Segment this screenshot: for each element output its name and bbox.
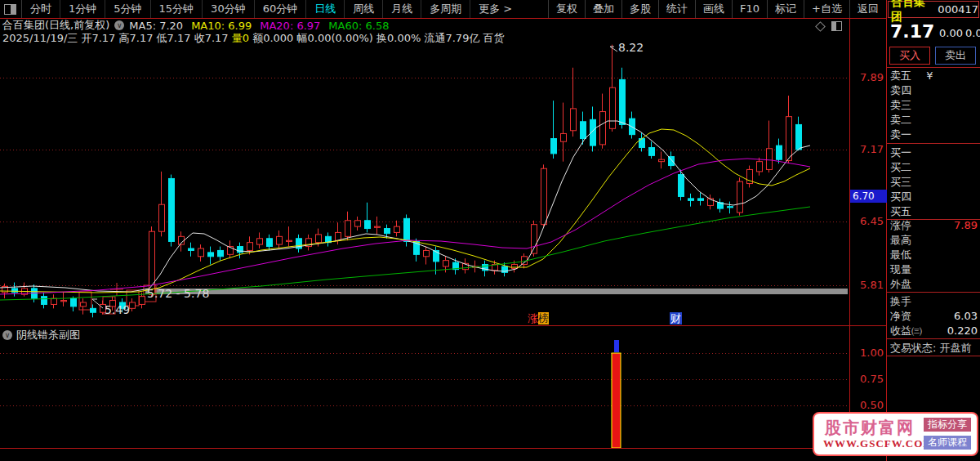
rise-rank-tag[interactable]: 涨榜 — [528, 312, 549, 324]
candle-body — [796, 124, 802, 150]
quote-panel: 合百集团 000417 7.17 0.00 0.00% 买入 卖出 卖五 ¥卖四… — [887, 0, 980, 461]
ma-value: MA10: 6.99 — [191, 20, 252, 32]
candle-body — [247, 243, 253, 251]
candle-body — [81, 302, 87, 307]
orderbook-divider — [887, 143, 980, 144]
indicator-marker — [614, 340, 619, 352]
field-value: 6.03 — [954, 309, 978, 324]
candle-body — [267, 239, 273, 247]
candle-body — [12, 289, 18, 293]
axis-label-0.75: 0.75 — [853, 373, 884, 385]
candle-body — [532, 225, 537, 253]
candle-body — [218, 250, 224, 256]
price-change: 0.00 — [939, 27, 963, 39]
sell-level-row: 卖三 — [890, 98, 911, 113]
sell-level-row: 卖二 — [890, 113, 911, 128]
annotation-arrow — [610, 47, 617, 51]
candle-body — [728, 207, 733, 208]
candle-body — [42, 297, 47, 305]
field-label: 净资 — [890, 309, 911, 324]
field-label: 最高 — [890, 233, 911, 248]
candle-body — [375, 226, 381, 227]
sell-level-row: 卖四 — [890, 83, 911, 98]
axis-label-6.45: 6.45 — [853, 215, 884, 227]
candle-body — [277, 236, 283, 244]
watermark-badge-indicators: 指标分享 — [924, 418, 971, 432]
sell-level-row: 卖一 — [890, 128, 911, 142]
subchart-title: 阴线错杀副图 — [16, 328, 80, 342]
field-label: 涨停 — [890, 218, 911, 233]
candle-body — [551, 139, 557, 154]
quote-info-row: 2025/11/19/三 开7.17 高7.17 低7.17 收7.17 量0 … — [2, 31, 505, 43]
candle-body — [257, 239, 263, 244]
candle-body — [737, 181, 743, 213]
candle-body — [140, 297, 145, 305]
chevron-down-icon[interactable]: ∨ — [2, 330, 12, 340]
last-price: 7.17 — [890, 21, 934, 42]
candle-body — [757, 162, 763, 172]
candle-body — [71, 298, 77, 307]
candle-body — [208, 253, 214, 257]
candle-body — [287, 240, 292, 241]
watermark-url: WWW.GSCFW.COM — [823, 437, 934, 450]
buy-button[interactable]: 买入 — [889, 47, 930, 65]
candle-body — [767, 149, 773, 170]
candle-body — [649, 148, 655, 156]
candle-body — [571, 109, 577, 131]
subchart-header: ∨ 阴线错杀副图 — [2, 328, 80, 342]
buy-level-row: 买四 — [890, 190, 911, 204]
candle-body — [581, 122, 586, 139]
chevron-down-icon[interactable]: ∨ — [114, 20, 124, 30]
buy-level-row: 买二 — [890, 160, 911, 175]
candle-body — [394, 226, 400, 232]
finance-tag[interactable]: 财 — [670, 312, 682, 324]
low-annotation: 5.49 — [105, 303, 130, 316]
chart-corner-icons — [817, 21, 849, 31]
quote-info-segment: 量0 — [232, 32, 252, 44]
field-label: 收益㈢ — [890, 324, 922, 338]
candle-body — [159, 204, 165, 231]
candle-body — [688, 199, 694, 200]
stock-code: 000417 — [938, 3, 978, 16]
split-view-icon[interactable] — [831, 21, 842, 31]
indicator-bar — [612, 353, 621, 448]
candle-body — [130, 302, 136, 308]
field-label: 最低 — [890, 248, 911, 262]
candle-body — [541, 168, 547, 224]
field-label: 现量 — [890, 262, 911, 277]
ma-value: MA60: 6.58 — [328, 20, 389, 32]
candle-body — [355, 221, 361, 226]
diamond-icon[interactable] — [815, 21, 826, 32]
field-label: 换手 — [890, 294, 911, 309]
candle-body — [698, 199, 704, 200]
ma-value: MA5: 7.20 — [129, 20, 183, 32]
candle-body — [51, 298, 57, 304]
high-annotation: 8.22 — [618, 41, 644, 54]
price-change-pct: 0.00% — [965, 27, 980, 39]
sell-button[interactable]: 卖出 — [935, 47, 976, 65]
signal-box — [79, 292, 91, 310]
candle-body — [404, 218, 410, 241]
watermark-title: 股市财富网 — [825, 417, 915, 439]
field-divider — [887, 356, 980, 356]
quote-info-segment: 2025/11/19/三 开7.17 高7.17 低7.17 收7.17 — [2, 32, 232, 44]
field-value: 0.220 — [947, 324, 978, 338]
candle-body — [238, 247, 243, 253]
axis-label-1.00: 1.00 — [853, 347, 884, 359]
ma-values: MA5: 7.20MA10: 6.99MA20: 6.97MA60: 6.58 — [129, 20, 397, 32]
ma-value: MA20: 6.97 — [260, 20, 320, 32]
field-label: 外盘 — [890, 277, 911, 292]
field-divider — [887, 338, 980, 339]
candle-body — [316, 235, 322, 243]
annotation-arrow — [92, 299, 103, 308]
candle-body — [610, 87, 616, 128]
candle-body — [600, 112, 606, 145]
candle-body — [61, 301, 67, 302]
chart-header-row: 合百集团(日线,前复权) ∨ MA5: 7.20MA10: 6.99MA20: … — [2, 20, 397, 31]
candle-body — [620, 79, 626, 124]
candlestick-chart — [0, 0, 980, 461]
candle-body — [385, 229, 390, 234]
candle-body — [512, 265, 518, 269]
quote-info-segment: 额0.000 幅0.00(0.00%) 换0.00% 流通7.79亿 百货 — [252, 32, 504, 44]
buy-level-row: 买一 — [890, 145, 911, 160]
